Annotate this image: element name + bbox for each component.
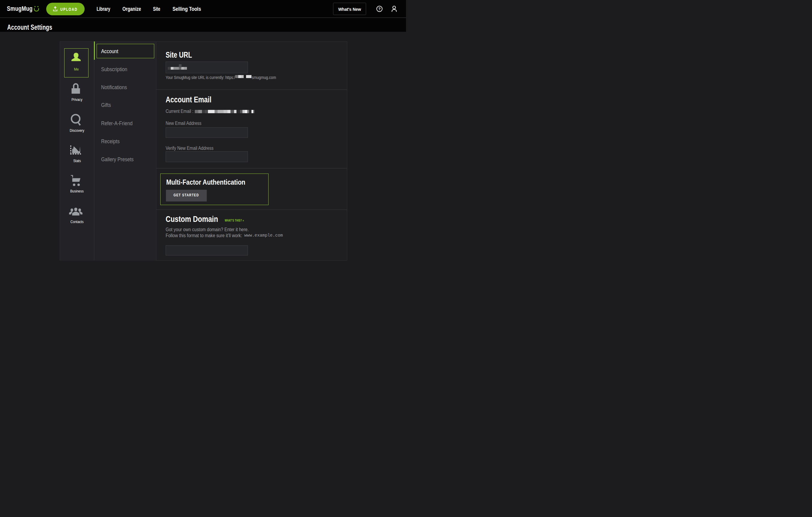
svg-text:?: ?: [378, 7, 381, 11]
